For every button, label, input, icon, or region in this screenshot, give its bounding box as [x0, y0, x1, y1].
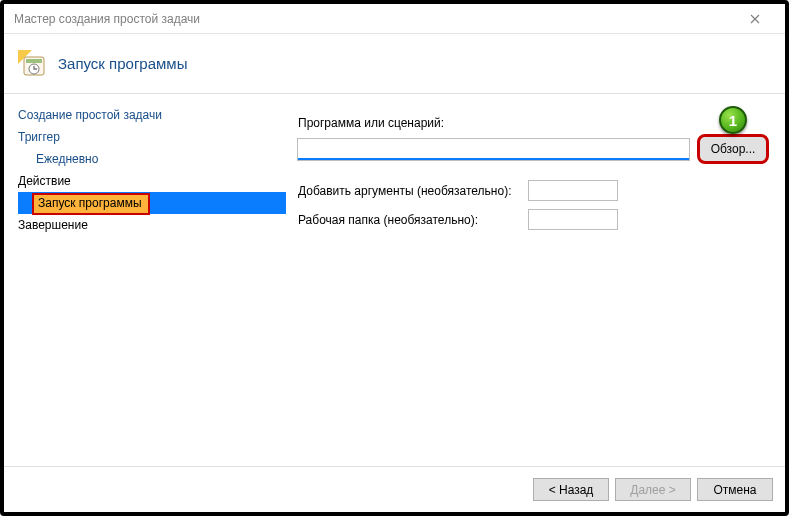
annotation-badge-1: 1	[719, 106, 747, 134]
svg-rect-2	[26, 59, 42, 63]
step-action[interactable]: Действие	[18, 170, 284, 192]
next-button: Далее >	[615, 478, 691, 501]
window-title: Мастер создания простой задачи	[14, 12, 735, 26]
step-daily[interactable]: Ежедневно	[18, 148, 284, 170]
wizard-steps: Создание простой задачи Триггер Ежедневн…	[4, 94, 284, 466]
program-input[interactable]	[298, 139, 689, 160]
task-icon	[18, 50, 46, 78]
close-icon[interactable]	[735, 5, 775, 33]
wizard-header: Запуск программы	[4, 34, 785, 94]
arguments-input[interactable]	[528, 180, 618, 201]
wizard-footer: < Назад Далее > Отмена	[4, 466, 785, 512]
step-finish[interactable]: Завершение	[18, 214, 284, 236]
form-area: Программа или сценарий: 1 Обзор... Добав…	[284, 94, 785, 466]
startin-input[interactable]	[528, 209, 618, 230]
step-start-program-label: Запуск программы	[32, 193, 150, 215]
titlebar: Мастер создания простой задачи	[4, 4, 785, 34]
browse-button[interactable]: Обзор...	[697, 134, 769, 164]
step-create-basic[interactable]: Создание простой задачи	[18, 104, 284, 126]
step-start-program[interactable]: Запуск программы	[18, 192, 286, 214]
back-button[interactable]: < Назад	[533, 478, 609, 501]
step-trigger[interactable]: Триггер	[18, 126, 284, 148]
cancel-button[interactable]: Отмена	[697, 478, 773, 501]
page-title: Запуск программы	[58, 55, 187, 72]
startin-label: Рабочая папка (необязательно):	[298, 213, 528, 227]
arguments-label: Добавить аргументы (необязательно):	[298, 184, 528, 198]
program-label: Программа или сценарий:	[298, 116, 444, 130]
